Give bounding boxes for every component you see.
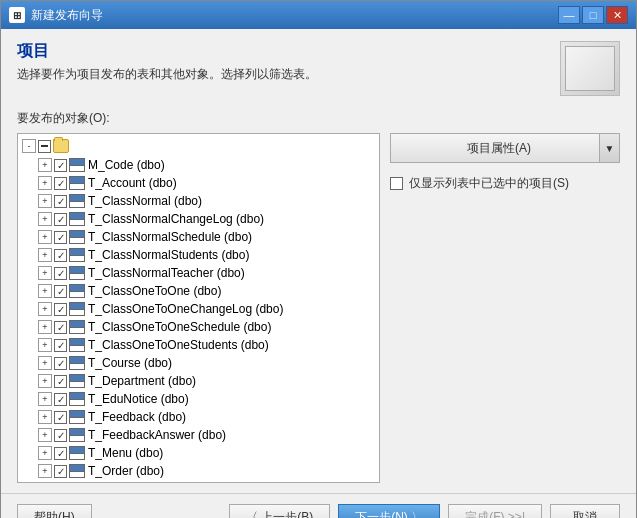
item-15-label: T_FeedbackAnswer (dbo)	[88, 428, 226, 442]
tree-item-14[interactable]: + T_Feedback (dbo)	[18, 408, 363, 426]
back-button[interactable]: 〈 上一步(B)	[229, 504, 330, 518]
tree-item-13[interactable]: + T_EduNotice (dbo)	[18, 390, 363, 408]
item-0-checkbox[interactable]	[54, 159, 67, 172]
item-6-expand[interactable]: +	[38, 266, 52, 280]
item-1-checkbox[interactable]	[54, 177, 67, 190]
tree-item-17[interactable]: + T_Order (dbo)	[18, 462, 363, 480]
tree-item-2[interactable]: + T_ClassNormal (dbo)	[18, 192, 363, 210]
properties-dropdown-label: 项目属性(A)	[399, 140, 599, 157]
window-controls: — □ ✕	[558, 6, 628, 24]
item-8-expand[interactable]: +	[38, 302, 52, 316]
tree-item-5[interactable]: + T_ClassNormalStudents (dbo)	[18, 246, 363, 264]
tree-content: - + M_Code (dbo)	[18, 134, 379, 482]
item-9-expand[interactable]: +	[38, 320, 52, 334]
help-button[interactable]: 帮助(H)	[17, 504, 92, 518]
item-16-expand[interactable]: +	[38, 446, 52, 460]
tree-item-6[interactable]: + T_ClassNormalTeacher (dbo)	[18, 264, 363, 282]
item-3-checkbox[interactable]	[54, 213, 67, 226]
item-8-table-icon	[69, 302, 85, 316]
main-window: ⊞ 新建发布向导 — □ ✕ 项目 选择要作为项目发布的表和其他对象。选择列以筛…	[0, 0, 637, 518]
item-13-expand[interactable]: +	[38, 392, 52, 406]
right-panel: 项目属性(A) ▼ 仅显示列表中已选中的项目(S)	[390, 133, 620, 483]
item-17-table-icon	[69, 464, 85, 478]
item-2-table-icon	[69, 194, 85, 208]
item-3-expand[interactable]: +	[38, 212, 52, 226]
minimize-button[interactable]: —	[558, 6, 580, 24]
tree-item-11[interactable]: + T_Course (dbo)	[18, 354, 363, 372]
item-5-label: T_ClassNormalStudents (dbo)	[88, 248, 249, 262]
item-7-checkbox[interactable]	[54, 285, 67, 298]
item-10-label: T_ClassOneToOneStudents (dbo)	[88, 338, 269, 352]
item-4-expand[interactable]: +	[38, 230, 52, 244]
titlebar: ⊞ 新建发布向导 — □ ✕	[1, 1, 636, 29]
tree-item-10[interactable]: + T_ClassOneToOneStudents (dbo)	[18, 336, 363, 354]
item-5-expand[interactable]: +	[38, 248, 52, 262]
item-10-checkbox[interactable]	[54, 339, 67, 352]
item-17-expand[interactable]: +	[38, 464, 52, 478]
item-16-table-icon	[69, 446, 85, 460]
root-folder-icon	[53, 139, 69, 153]
tree-item-9[interactable]: + T_ClassOneToOneSchedule (dbo)	[18, 318, 363, 336]
root-checkbox[interactable]	[38, 140, 51, 153]
item-12-label: T_Department (dbo)	[88, 374, 196, 388]
header-illustration	[560, 41, 620, 96]
item-5-table-icon	[69, 248, 85, 262]
tree-item-4[interactable]: + T_ClassNormalSchedule (dbo)	[18, 228, 363, 246]
item-12-table-icon	[69, 374, 85, 388]
item-2-checkbox[interactable]	[54, 195, 67, 208]
next-button[interactable]: 下一步(N) 〉	[338, 504, 440, 518]
item-9-checkbox[interactable]	[54, 321, 67, 334]
tree-item-12[interactable]: + T_Department (dbo)	[18, 372, 363, 390]
properties-dropdown[interactable]: 项目属性(A) ▼	[390, 133, 620, 163]
tree-item-1[interactable]: + T_Account (dbo)	[18, 174, 363, 192]
item-12-expand[interactable]: +	[38, 374, 52, 388]
cancel-button[interactable]: 取消	[550, 504, 620, 518]
item-14-label: T_Feedback (dbo)	[88, 410, 186, 424]
item-5-checkbox[interactable]	[54, 249, 67, 262]
tree-container[interactable]: - + M_Code (dbo)	[17, 133, 380, 483]
main-area: - + M_Code (dbo)	[17, 133, 620, 483]
item-0-label: M_Code (dbo)	[88, 158, 165, 172]
item-7-expand[interactable]: +	[38, 284, 52, 298]
item-2-expand[interactable]: +	[38, 194, 52, 208]
item-10-expand[interactable]: +	[38, 338, 52, 352]
item-14-checkbox[interactable]	[54, 411, 67, 424]
item-8-checkbox[interactable]	[54, 303, 67, 316]
tree-item-16[interactable]: + T_Menu (dbo)	[18, 444, 363, 462]
finish-button[interactable]: 完成(F) >>|	[448, 504, 542, 518]
item-6-checkbox[interactable]	[54, 267, 67, 280]
item-1-expand[interactable]: +	[38, 176, 52, 190]
filter-checkbox-row: 仅显示列表中已选中的项目(S)	[390, 175, 620, 192]
filter-checkbox[interactable]	[390, 177, 403, 190]
item-3-table-icon	[69, 212, 85, 226]
item-0-table-icon	[69, 158, 85, 172]
item-13-checkbox[interactable]	[54, 393, 67, 406]
item-0-expand[interactable]: +	[38, 158, 52, 172]
item-15-checkbox[interactable]	[54, 429, 67, 442]
item-12-checkbox[interactable]	[54, 375, 67, 388]
tree-root[interactable]: -	[18, 136, 363, 156]
root-expand-btn[interactable]: -	[22, 139, 36, 153]
tree-item-15[interactable]: + T_FeedbackAnswer (dbo)	[18, 426, 363, 444]
item-4-checkbox[interactable]	[54, 231, 67, 244]
maximize-button[interactable]: □	[582, 6, 604, 24]
tree-item-3[interactable]: + T_ClassNormalChangeLog (dbo)	[18, 210, 363, 228]
item-14-expand[interactable]: +	[38, 410, 52, 424]
item-11-checkbox[interactable]	[54, 357, 67, 370]
footer: 帮助(H) 〈 上一步(B) 下一步(N) 〉 完成(F) >>| 取消	[1, 493, 636, 518]
item-1-table-icon	[69, 176, 85, 190]
header-section: 项目 选择要作为项目发布的表和其他对象。选择列以筛选表。	[17, 41, 620, 96]
tree-item-8[interactable]: + T_ClassOneToOneChangeLog (dbo)	[18, 300, 363, 318]
item-9-label: T_ClassOneToOneSchedule (dbo)	[88, 320, 271, 334]
item-17-checkbox[interactable]	[54, 465, 67, 478]
tree-item-0[interactable]: + M_Code (dbo)	[18, 156, 363, 174]
page-title: 项目	[17, 41, 550, 62]
item-15-expand[interactable]: +	[38, 428, 52, 442]
item-17-label: T_Order (dbo)	[88, 464, 164, 478]
tree-item-7[interactable]: + T_ClassOneToOne (dbo)	[18, 282, 363, 300]
item-16-checkbox[interactable]	[54, 447, 67, 460]
item-9-table-icon	[69, 320, 85, 334]
item-11-label: T_Course (dbo)	[88, 356, 172, 370]
close-button[interactable]: ✕	[606, 6, 628, 24]
item-11-expand[interactable]: +	[38, 356, 52, 370]
